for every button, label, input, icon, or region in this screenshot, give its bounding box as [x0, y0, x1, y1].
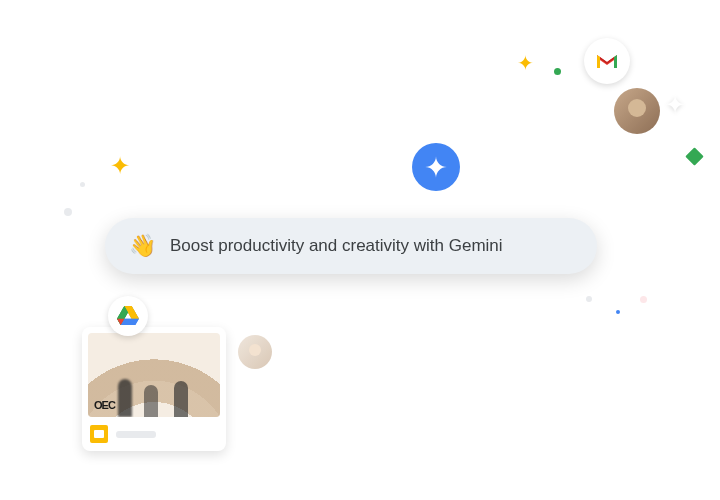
slides-thumbnail: OEC [88, 333, 220, 417]
avatar [238, 335, 272, 369]
wave-emoji-icon: 👋 [129, 233, 156, 259]
decorative-dot [616, 310, 620, 314]
gemini-sparkle-icon [412, 143, 460, 191]
decorative-dot [80, 182, 85, 187]
decorative-diamond [685, 147, 703, 165]
decorative-dot [640, 296, 647, 303]
drive-icon [108, 296, 148, 336]
promo-text: Boost productivity and creativity with G… [170, 236, 503, 256]
decorative-dot [586, 296, 592, 302]
decorative-dot [554, 68, 561, 75]
slides-icon [90, 425, 108, 443]
avatar [614, 88, 660, 134]
file-title-placeholder [116, 431, 156, 438]
gmail-icon [584, 38, 630, 84]
promo-banner: 👋 Boost productivity and creativity with… [105, 218, 597, 274]
slides-file-card[interactable]: OEC [82, 327, 226, 451]
decorative-dot [64, 208, 72, 216]
thumb-badge: OEC [94, 399, 115, 411]
